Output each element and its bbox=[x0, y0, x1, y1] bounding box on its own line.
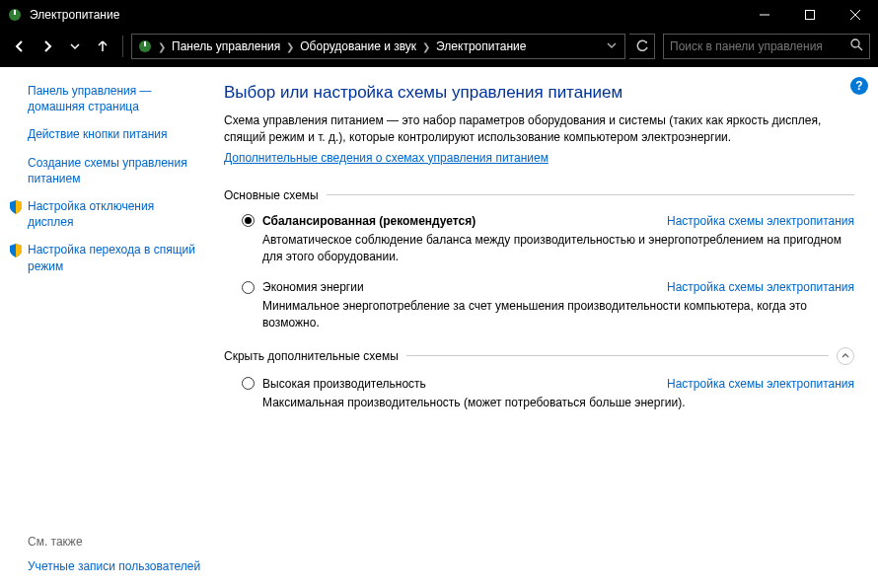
sidebar-item-power-button-action[interactable]: Действие кнопки питания bbox=[28, 126, 200, 142]
window-title: Электропитание bbox=[30, 8, 742, 22]
plan-saver: Экономия энергии Настройка схемы электро… bbox=[242, 280, 854, 331]
change-plan-link[interactable]: Настройка схемы электропитания bbox=[667, 377, 854, 391]
radio-saver[interactable] bbox=[242, 281, 255, 294]
maximize-button[interactable] bbox=[787, 0, 833, 30]
section-label: Основные схемы bbox=[224, 188, 319, 202]
address-bar[interactable]: ❯ Панель управления ❯ Оборудование и зву… bbox=[131, 34, 625, 59]
see-also-header: См. также bbox=[28, 535, 205, 549]
plan-description: Минимальное энергопотребление за счет ум… bbox=[262, 298, 854, 331]
radio-high-performance[interactable] bbox=[242, 377, 255, 390]
breadcrumb-segment[interactable]: Панель управления bbox=[168, 35, 284, 58]
svg-line-9 bbox=[858, 46, 862, 50]
plan-name[interactable]: Сбалансированная (рекомендуется) bbox=[262, 214, 476, 228]
see-also-link-user-accounts[interactable]: Учетные записи пользователей bbox=[28, 558, 205, 574]
change-plan-link[interactable]: Настройка схемы электропитания bbox=[667, 214, 854, 228]
plan-name[interactable]: Экономия энергии bbox=[262, 280, 364, 294]
learn-more-link[interactable]: Дополнительные сведения о схемах управле… bbox=[224, 151, 549, 165]
svg-rect-3 bbox=[806, 11, 815, 20]
svg-point-8 bbox=[851, 39, 859, 47]
toolbar: ❯ Панель управления ❯ Оборудование и зву… bbox=[0, 30, 878, 67]
sidebar: Панель управления — домашняя страница Де… bbox=[0, 67, 212, 588]
breadcrumb-segment[interactable]: Электропитание bbox=[432, 35, 530, 58]
radio-balanced[interactable] bbox=[242, 214, 255, 227]
section-hidden-plans[interactable]: Скрыть дополнительные схемы bbox=[224, 347, 854, 365]
shield-icon bbox=[8, 243, 24, 258]
address-dropdown-button[interactable] bbox=[603, 39, 621, 53]
main-panel: Выбор или настройка схемы управления пит… bbox=[212, 67, 878, 588]
plan-high-performance: Высокая производительность Настройка схе… bbox=[242, 377, 854, 411]
svg-rect-1 bbox=[14, 10, 16, 15]
plan-balanced: Сбалансированная (рекомендуется) Настрой… bbox=[242, 214, 854, 265]
up-button[interactable] bbox=[91, 35, 114, 58]
plan-description: Автоматическое соблюдение баланса между … bbox=[262, 232, 854, 265]
close-button[interactable] bbox=[833, 0, 878, 30]
sidebar-item-label: Настройка перехода в спящий режим bbox=[28, 243, 195, 272]
recent-dropdown-button[interactable] bbox=[63, 35, 87, 58]
shield-icon bbox=[8, 199, 24, 215]
toolbar-separator bbox=[122, 36, 123, 57]
change-plan-link[interactable]: Настройка схемы электропитания bbox=[667, 280, 854, 294]
chevron-right-icon[interactable]: ❯ bbox=[286, 41, 294, 52]
section-divider bbox=[406, 355, 829, 356]
forward-button[interactable] bbox=[36, 35, 59, 58]
sidebar-item-home[interactable]: Панель управления — домашняя страница bbox=[28, 83, 200, 114]
svg-rect-7 bbox=[144, 41, 146, 46]
sidebar-item-create-plan[interactable]: Создание схемы управления питанием bbox=[28, 155, 200, 186]
section-primary-plans: Основные схемы bbox=[224, 188, 854, 202]
minimize-button[interactable] bbox=[742, 0, 787, 30]
chevron-right-icon[interactable]: ❯ bbox=[158, 41, 166, 52]
chevron-right-icon[interactable]: ❯ bbox=[422, 41, 430, 52]
search-box[interactable] bbox=[663, 34, 870, 59]
refresh-button[interactable] bbox=[629, 34, 655, 59]
back-button[interactable] bbox=[8, 35, 32, 58]
sidebar-item-display-off[interactable]: Настройка отключения дисплея bbox=[28, 198, 200, 230]
breadcrumb-segment[interactable]: Оборудование и звук bbox=[296, 35, 420, 58]
content-area: ? Панель управления — домашняя страница … bbox=[0, 67, 878, 588]
plan-description: Максимальная производительность (может п… bbox=[262, 395, 854, 411]
sidebar-item-sleep[interactable]: Настройка перехода в спящий режим bbox=[28, 242, 200, 273]
search-input[interactable] bbox=[670, 39, 850, 53]
app-icon bbox=[0, 7, 30, 23]
title-bar: Электропитание bbox=[0, 0, 878, 30]
plan-name[interactable]: Высокая производительность bbox=[262, 377, 426, 391]
address-icon bbox=[136, 37, 154, 55]
search-icon[interactable] bbox=[850, 38, 863, 54]
intro-text: Схема управления питанием — это набор па… bbox=[224, 112, 854, 147]
sidebar-item-label: Настройка отключения дисплея bbox=[28, 199, 154, 229]
page-title: Выбор или настройка схемы управления пит… bbox=[224, 83, 854, 103]
section-divider bbox=[327, 194, 854, 195]
collapse-icon[interactable] bbox=[837, 347, 854, 365]
section-label: Скрыть дополнительные схемы bbox=[224, 349, 399, 363]
